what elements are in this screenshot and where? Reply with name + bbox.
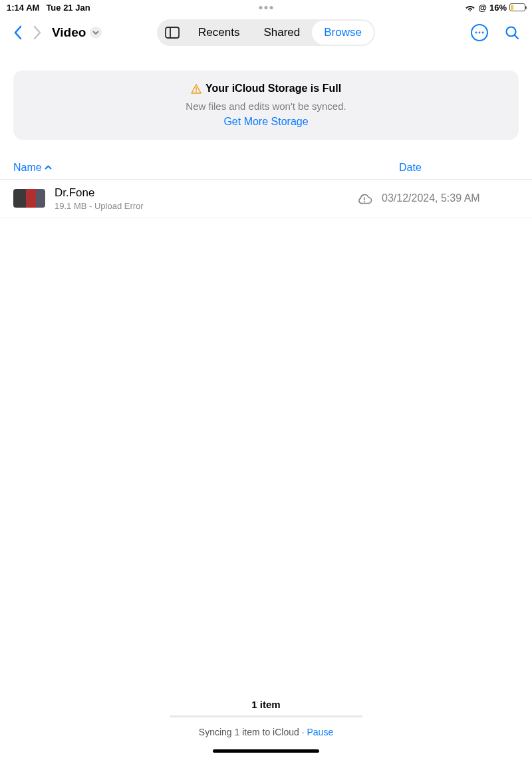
sidebar-toggle-icon[interactable] bbox=[158, 27, 186, 39]
column-headers: Name Date bbox=[0, 157, 532, 180]
file-name: Dr.Fone bbox=[55, 186, 347, 200]
status-date: Tue 21 Jan bbox=[46, 3, 90, 13]
battery-pct: 16% bbox=[489, 3, 507, 13]
tab-browse[interactable]: Browse bbox=[312, 21, 374, 45]
column-header-name[interactable]: Name bbox=[13, 162, 399, 174]
footer: 1 item Syncing 1 item to iCloud · Pause bbox=[0, 699, 532, 753]
home-indicator[interactable] bbox=[213, 749, 319, 753]
orientation-lock-icon: @ bbox=[478, 3, 487, 13]
file-thumbnail bbox=[13, 189, 45, 208]
sync-status: Syncing 1 item to iCloud bbox=[199, 727, 299, 737]
get-more-storage-link[interactable]: Get More Storage bbox=[223, 116, 308, 128]
svg-point-10 bbox=[364, 201, 365, 202]
item-count: 1 item bbox=[0, 699, 532, 710]
tab-recents[interactable]: Recents bbox=[186, 21, 251, 45]
wifi-icon bbox=[465, 3, 475, 11]
sort-ascending-icon bbox=[45, 165, 52, 170]
svg-point-8 bbox=[196, 91, 197, 92]
location-title[interactable]: Video bbox=[52, 25, 102, 40]
notice-subtitle: New files and edits won't be synced. bbox=[27, 100, 505, 112]
multitask-dots[interactable] bbox=[259, 6, 273, 9]
notice-title: Your iCloud Storage is Full bbox=[205, 83, 341, 95]
sync-progress bbox=[170, 715, 362, 717]
battery-icon bbox=[509, 3, 525, 11]
svg-point-3 bbox=[479, 32, 481, 34]
pause-sync-button[interactable]: Pause bbox=[307, 727, 333, 737]
file-row[interactable]: Dr.Fone 19.1 MB - Upload Error 03/12/202… bbox=[0, 180, 532, 218]
svg-line-6 bbox=[515, 35, 518, 39]
file-date: 03/12/2024, 5:39 AM bbox=[382, 192, 480, 204]
back-button[interactable] bbox=[12, 25, 23, 41]
search-button[interactable] bbox=[504, 25, 520, 41]
cloud-error-icon bbox=[347, 193, 382, 204]
status-time: 1:14 AM bbox=[7, 3, 39, 13]
navigation-bar: Video Recents Shared Browse bbox=[0, 15, 532, 51]
storage-full-notice: Your iCloud Storage is Full New files an… bbox=[13, 71, 519, 140]
location-label: Video bbox=[52, 25, 86, 40]
tab-shared[interactable]: Shared bbox=[251, 21, 312, 45]
view-segmented-control: Recents Shared Browse bbox=[157, 19, 375, 46]
svg-rect-0 bbox=[166, 27, 179, 38]
column-header-date[interactable]: Date bbox=[399, 162, 422, 174]
file-detail: 19.1 MB - Upload Error bbox=[55, 201, 347, 211]
svg-point-4 bbox=[482, 32, 484, 34]
chevron-down-icon bbox=[90, 27, 102, 39]
status-bar: 1:14 AM Tue 21 Jan @ 16% bbox=[0, 0, 532, 15]
forward-button bbox=[32, 25, 43, 41]
more-options-button[interactable] bbox=[471, 24, 488, 41]
warning-icon bbox=[191, 84, 201, 94]
svg-point-2 bbox=[475, 32, 477, 34]
